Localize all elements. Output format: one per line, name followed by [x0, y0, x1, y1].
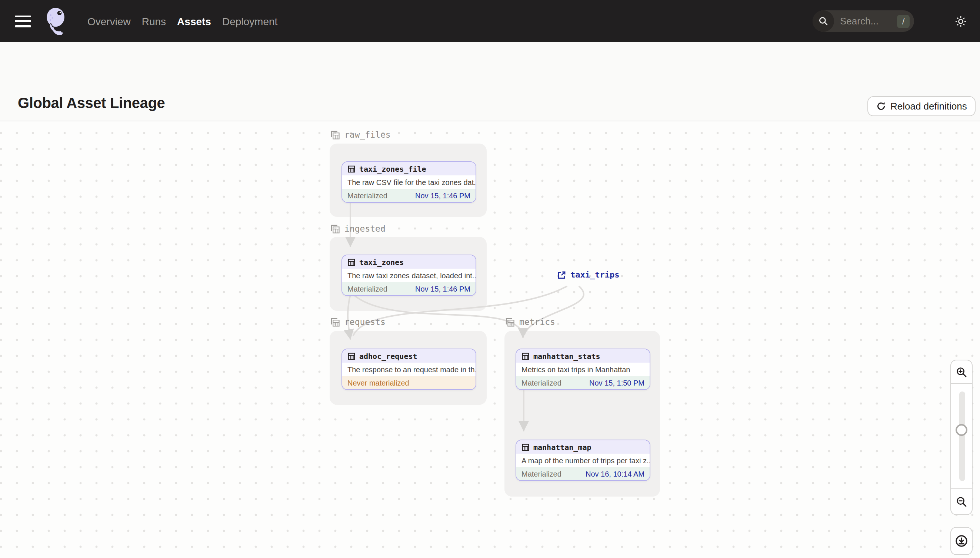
asset-node-taxi-zones[interactable]: taxi_zones The raw taxi zones dataset, l…	[341, 254, 476, 296]
asset-description: The response to an request made in th...	[342, 363, 476, 376]
asset-node-manhattan-stats[interactable]: manhattan_stats Metrics on taxi trips in…	[516, 349, 651, 390]
dagster-app: Overview Runs Assets Deployment Search..…	[0, 0, 980, 558]
nav-item-assets[interactable]: Assets	[177, 12, 211, 30]
download-icon	[955, 534, 968, 548]
reload-icon	[876, 102, 886, 111]
zoom-slider-handle[interactable]	[955, 424, 967, 436]
nav-item-overview[interactable]: Overview	[87, 12, 131, 30]
table-icon	[348, 258, 356, 266]
asset-status: Materialized	[348, 284, 387, 293]
table-icon	[522, 443, 530, 451]
zoom-out-button[interactable]	[950, 488, 973, 515]
asset-group-icon	[330, 224, 340, 233]
asset-group-icon	[330, 317, 340, 327]
reload-definitions-button[interactable]: Reload definitions	[867, 96, 976, 116]
asset-description: The raw CSV file for the taxi zones dat.…	[342, 176, 476, 189]
asset-node-manhattan-map[interactable]: manhattan_map A map of the number of tri…	[516, 440, 651, 481]
zoom-slider-track[interactable]	[959, 392, 965, 481]
zoom-in-button[interactable]	[950, 359, 973, 384]
group-name: requests	[344, 317, 385, 327]
asset-timestamp[interactable]: Nov 15, 1:46 PM	[415, 191, 470, 199]
zoom-slider	[950, 384, 973, 488]
group-label-metrics[interactable]: metrics	[505, 317, 555, 327]
lineage-canvas[interactable]: raw_files ingested requests	[0, 122, 980, 558]
asset-description: Metrics on taxi trips in Manhattan	[516, 363, 650, 376]
asset-status: Materialized	[522, 379, 562, 387]
zoom-controls	[950, 359, 973, 515]
settings-gear-icon[interactable]	[954, 15, 967, 28]
asset-name: taxi_zones_file	[359, 165, 426, 173]
zoom-in-icon	[955, 366, 967, 378]
group-label-raw-files[interactable]: raw_files	[330, 130, 391, 140]
table-icon	[348, 352, 356, 360]
asset-group-icon	[330, 130, 340, 140]
zoom-out-icon	[955, 496, 967, 508]
search-placeholder: Search...	[840, 16, 897, 27]
asset-timestamp[interactable]: Nov 15, 1:50 PM	[589, 379, 644, 387]
asset-description: A map of the number of trips per taxi z.…	[516, 454, 650, 467]
lineage-edges	[0, 122, 980, 558]
nav-item-runs[interactable]: Runs	[142, 12, 166, 30]
group-name: metrics	[519, 317, 555, 327]
asset-node-taxi-zones-file[interactable]: taxi_zones_file The raw CSV file for the…	[341, 161, 476, 203]
search-input[interactable]: Search... /	[813, 10, 914, 32]
asset-status: Materialized	[348, 191, 387, 199]
search-icon	[813, 10, 834, 32]
group-label-requests[interactable]: requests	[330, 317, 385, 327]
nav-links: Overview Runs Assets Deployment	[87, 12, 277, 30]
group-name: ingested	[344, 223, 385, 234]
menu-icon[interactable]	[15, 15, 31, 27]
group-label-ingested[interactable]: ingested	[330, 223, 385, 234]
asset-name: taxi_zones	[359, 258, 404, 266]
external-link-icon	[557, 271, 566, 279]
external-asset-link-taxi-trips[interactable]: taxi_trips	[557, 270, 619, 280]
asset-timestamp[interactable]: Nov 15, 1:46 PM	[415, 284, 470, 293]
asset-name: manhattan_stats	[533, 352, 600, 360]
page-title: Global Asset Lineage	[18, 95, 165, 112]
nav-item-deployment[interactable]: Deployment	[222, 12, 277, 30]
asset-status: Never materialized	[348, 379, 409, 387]
asset-name: manhattan_map	[533, 443, 591, 451]
asset-group-icon	[505, 317, 515, 327]
group-name: raw_files	[344, 130, 391, 140]
download-view-button[interactable]	[950, 527, 973, 555]
table-icon	[348, 165, 356, 173]
asset-status: Materialized	[522, 469, 562, 478]
page-header: Global Asset Lineage Reload definitions …	[0, 42, 980, 121]
external-asset-name: taxi_trips	[570, 270, 619, 280]
search-shortcut-badge: /	[897, 15, 910, 28]
table-icon	[522, 352, 530, 360]
asset-node-adhoc-request[interactable]: adhoc_request The response to an request…	[341, 349, 476, 390]
reload-definitions-label: Reload definitions	[890, 101, 967, 112]
asset-description: The raw taxi zones dataset, loaded int..…	[342, 269, 476, 282]
asset-name: adhoc_request	[359, 352, 417, 360]
top-nav: Overview Runs Assets Deployment Search..…	[0, 0, 980, 42]
asset-timestamp[interactable]: Nov 16, 10:14 AM	[586, 469, 644, 478]
dagster-logo-icon[interactable]	[42, 5, 70, 38]
